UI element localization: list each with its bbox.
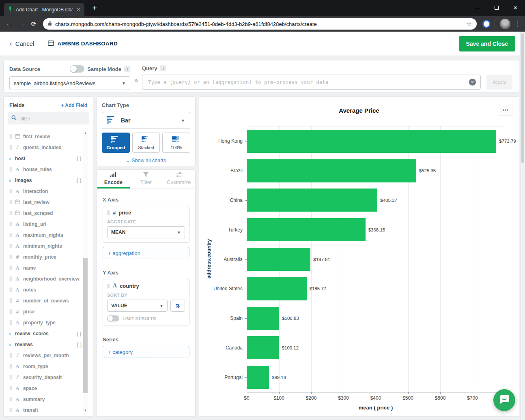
field-item-first_review[interactable]: first_review bbox=[5, 131, 82, 142]
sort-direction-button[interactable]: ⇅ bbox=[170, 300, 185, 312]
bar-turkey[interactable] bbox=[247, 218, 366, 241]
limit-results-toggle[interactable] bbox=[107, 315, 119, 321]
chart-variant-stacked[interactable]: Stacked bbox=[132, 133, 160, 153]
field-item-last_review[interactable]: last_review bbox=[5, 197, 82, 208]
window-minimize-button[interactable] bbox=[468, 0, 487, 15]
browser-profile-avatar[interactable] bbox=[500, 19, 510, 29]
bar-spain[interactable] bbox=[247, 307, 279, 330]
drag-handle-icon[interactable] bbox=[9, 167, 12, 171]
drag-handle-icon[interactable] bbox=[9, 189, 12, 193]
field-item-monthly_price[interactable]: #monthly_price bbox=[5, 251, 82, 262]
x-axis-field-card[interactable]: # price AGGREGATE MEAN ▼ bbox=[103, 206, 189, 243]
window-maximize-button[interactable] bbox=[487, 0, 506, 15]
drag-handle-icon[interactable] bbox=[9, 298, 12, 303]
field-filter-input[interactable] bbox=[19, 115, 68, 122]
drag-handle-icon[interactable] bbox=[9, 353, 12, 358]
drag-handle-icon[interactable] bbox=[9, 233, 12, 237]
drag-handle-icon[interactable] bbox=[9, 320, 12, 325]
cancel-button[interactable]: Cancel bbox=[15, 40, 34, 47]
field-item-security_deposit[interactable]: #security_deposit bbox=[5, 372, 82, 383]
field-item-host[interactable]: ›host{ } bbox=[5, 153, 82, 164]
field-item-number_of_reviews[interactable]: #number_of_reviews bbox=[5, 295, 82, 306]
drag-handle-icon[interactable] bbox=[9, 397, 12, 401]
browser-tab[interactable]: Add Chart - MongoDB Charts ✕ bbox=[4, 3, 84, 16]
aggregate-select[interactable]: MEAN ▼ bbox=[107, 226, 185, 238]
page-scrollbar-thumb[interactable] bbox=[521, 33, 524, 163]
drag-handle-icon[interactable] bbox=[9, 309, 12, 314]
bar-brazil[interactable] bbox=[247, 159, 416, 182]
save-and-close-button[interactable]: Save and Close bbox=[459, 36, 516, 51]
bar-united-states[interactable] bbox=[247, 277, 307, 300]
drag-handle-icon[interactable] bbox=[9, 134, 12, 139]
field-item-price[interactable]: #price bbox=[5, 306, 82, 317]
field-item-space[interactable]: Aspace bbox=[5, 383, 82, 394]
sample-mode-toggle[interactable] bbox=[70, 65, 84, 73]
expand-chevron-icon[interactable]: › bbox=[9, 342, 12, 347]
fields-scrollbar[interactable]: ▲ ▼ bbox=[83, 131, 88, 413]
drag-handle-icon[interactable] bbox=[9, 222, 12, 226]
forward-button[interactable]: → bbox=[15, 20, 28, 28]
field-item-reviews[interactable]: ›reviews[ ] bbox=[5, 339, 82, 350]
field-item-minimum_nights[interactable]: Aminimum_nights bbox=[5, 240, 82, 251]
browser-menu-icon[interactable]: ⋮ bbox=[514, 20, 522, 28]
drag-handle-icon[interactable] bbox=[107, 284, 110, 288]
reload-button[interactable]: ⟳ bbox=[28, 20, 40, 28]
drag-handle-icon[interactable] bbox=[9, 255, 12, 259]
field-item-property_type[interactable]: Aproperty_type bbox=[5, 317, 82, 328]
data-source-select[interactable]: sample_airbnb.listingsAndReviews ▼ bbox=[9, 76, 130, 90]
bar-china[interactable] bbox=[247, 189, 377, 212]
field-item-last_scraped[interactable]: last_scraped bbox=[5, 208, 82, 219]
expand-chevron-icon[interactable]: › bbox=[9, 178, 12, 183]
expand-chevron-icon[interactable]: › bbox=[9, 156, 12, 161]
bookmark-star-icon[interactable]: ☆ bbox=[467, 20, 472, 28]
scroll-up-arrow-icon[interactable]: ▲ bbox=[83, 131, 88, 136]
apply-button[interactable]: Apply bbox=[486, 75, 512, 90]
field-item-room_type[interactable]: Aroom_type bbox=[5, 361, 82, 372]
expand-chevron-icon[interactable]: › bbox=[9, 331, 12, 336]
chat-launcher-button[interactable] bbox=[493, 389, 515, 411]
bar-portugal[interactable] bbox=[247, 366, 269, 389]
add-aggregation-button[interactable]: + aggregation bbox=[103, 247, 189, 259]
bar-canada[interactable] bbox=[247, 336, 279, 359]
chart-type-select[interactable]: Bar ▼ bbox=[102, 112, 190, 129]
drag-handle-icon[interactable] bbox=[9, 287, 12, 292]
field-filter-box[interactable] bbox=[8, 112, 89, 124]
new-tab-button[interactable]: + bbox=[89, 3, 100, 14]
bar-australia[interactable] bbox=[247, 248, 310, 271]
tab-encode[interactable]: Encode bbox=[97, 170, 130, 188]
tab-customize[interactable]: Customize bbox=[162, 170, 195, 188]
y-axis-field-card[interactable]: A country SORT BY VALUE ▼ ⇅ LIMIT RESULT… bbox=[103, 279, 189, 326]
sample-mode-info-icon[interactable]: i bbox=[124, 66, 130, 72]
add-category-button[interactable]: + category bbox=[103, 346, 189, 358]
add-field-button[interactable]: + Add Field bbox=[61, 103, 87, 108]
drag-handle-icon[interactable] bbox=[9, 375, 12, 379]
field-item-neighborhood_overview[interactable]: Aneighborhood_overview bbox=[5, 273, 82, 284]
drag-handle-icon[interactable] bbox=[9, 244, 12, 248]
sort-by-select[interactable]: VALUE ▼ bbox=[107, 300, 168, 312]
field-item-summary[interactable]: Asummary bbox=[5, 394, 82, 405]
field-item-name[interactable]: Aname bbox=[5, 262, 82, 273]
drag-handle-icon[interactable] bbox=[9, 408, 12, 412]
drag-handle-icon[interactable] bbox=[9, 200, 12, 204]
drag-handle-icon[interactable] bbox=[9, 276, 12, 281]
field-item-transit[interactable]: Atransit bbox=[5, 405, 82, 413]
field-item-listing_url[interactable]: Alisting_url bbox=[5, 219, 82, 229]
address-bar[interactable]: charts.mongodb.com/charts-mongodb-gtywi/… bbox=[43, 18, 477, 30]
tab-close-icon[interactable]: ✕ bbox=[76, 6, 81, 13]
field-item-notes[interactable]: Anotes bbox=[5, 284, 82, 295]
query-info-icon[interactable]: i bbox=[160, 65, 166, 71]
drag-handle-icon[interactable] bbox=[9, 145, 12, 150]
bar-hong-kong[interactable] bbox=[247, 130, 496, 153]
tab-filter[interactable]: Filter bbox=[130, 170, 163, 188]
field-item-review_scores[interactable]: ›review_scores{ } bbox=[5, 328, 82, 339]
field-item-interaction[interactable]: Ainteraction bbox=[5, 186, 82, 197]
chart-variant-grouped[interactable]: Grouped bbox=[102, 133, 130, 153]
chart-variant-100-[interactable]: 100% bbox=[162, 133, 190, 153]
drag-handle-icon[interactable] bbox=[9, 386, 12, 390]
drag-handle-icon[interactable] bbox=[9, 266, 12, 270]
password-extension-icon[interactable] bbox=[482, 20, 491, 28]
back-chevron-icon[interactable]: ‹ bbox=[10, 40, 12, 48]
field-item-house_rules[interactable]: Ahouse_rules bbox=[5, 164, 82, 175]
window-close-button[interactable]: ✕ bbox=[506, 0, 525, 15]
back-button[interactable]: ← bbox=[3, 20, 15, 28]
